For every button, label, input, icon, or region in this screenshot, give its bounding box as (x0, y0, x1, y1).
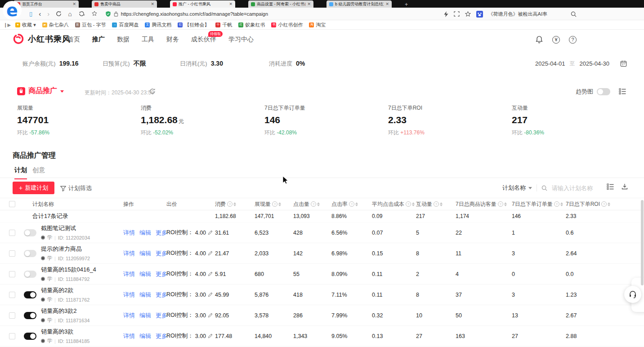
column-header[interactable]: 操作 ? (123, 200, 166, 208)
column-header[interactable]: 计划名称 ? (22, 200, 123, 208)
nav-item[interactable]: 数据 (117, 36, 130, 44)
sort-icon[interactable] (608, 202, 610, 206)
browser-tab[interactable]: 售卖中商品 ✕ (92, 0, 157, 8)
bookmark-item[interactable]: ★ 收藏 ▾ (15, 22, 36, 28)
plan-name[interactable]: 销量高的2款 (41, 286, 89, 294)
column-header[interactable]: 出价 ? (166, 200, 215, 208)
edit-pencil-icon[interactable] (208, 334, 213, 338)
app-logo[interactable]: 小红书乘风 (13, 33, 71, 45)
row-checkbox[interactable] (9, 333, 15, 339)
more-link[interactable]: 更多 (156, 249, 167, 258)
help-icon[interactable]: ? (554, 201, 559, 207)
more-link[interactable]: 更多 (156, 311, 167, 320)
nav-item[interactable]: 学习中心 (228, 36, 254, 44)
refresh-icon[interactable] (149, 88, 156, 94)
back-icon[interactable]: ‹ (39, 10, 41, 17)
help-icon[interactable]: ? (498, 201, 503, 207)
edit-pencil-icon[interactable] (208, 271, 213, 276)
nav-item[interactable]: 成长伙伴 待领取 (191, 36, 216, 44)
trend-toggle[interactable] (597, 88, 610, 95)
row-checkbox[interactable] (9, 271, 15, 277)
calendar-icon[interactable] (620, 60, 627, 67)
bookmark-item[interactable]: 淘 淘宝 (309, 22, 326, 28)
column-header[interactable]: 7日总商品访客量 ? (456, 200, 512, 208)
sort-icon[interactable] (504, 202, 507, 206)
plan-name[interactable]: 提示的潜力商品 (41, 245, 90, 253)
help-icon[interactable]: ? (311, 201, 316, 207)
detail-link[interactable]: 详情 (123, 270, 135, 278)
notifications-bell-icon[interactable] (535, 36, 543, 44)
bookmark-item[interactable]: ◔ 百度网盘 (112, 22, 139, 28)
edit-link[interactable]: 编辑 (139, 249, 151, 258)
customer-service-button[interactable] (624, 286, 641, 303)
plan-enable-toggle[interactable] (24, 312, 36, 319)
edit-pencil-icon[interactable] (208, 230, 213, 235)
manage-tab[interactable]: 创意 (32, 166, 45, 178)
column-header[interactable]: 7日总下单订单量 ? (512, 200, 566, 208)
column-header[interactable]: 平均点击成本 ? (372, 200, 416, 208)
bookmark-item[interactable]: 豆 豆包 - 字节 (75, 22, 106, 28)
plan-enable-toggle[interactable] (24, 250, 36, 257)
column-header[interactable]: 消费 ? (215, 200, 255, 208)
browser-tab[interactable]: b 幼儿园劳动教育计划总结方案… ✕ (326, 0, 392, 8)
detail-link[interactable]: 详情 (123, 311, 135, 320)
bookmark-item[interactable]: 文 腾讯文档 (145, 22, 171, 28)
edit-link[interactable]: 编辑 (139, 291, 151, 299)
row-checkbox[interactable] (9, 292, 15, 298)
browser-tab[interactable]: 商品设置 - 阿奇索 - 小红书自动… ✕ (248, 0, 313, 8)
metric-settings-icon[interactable] (619, 88, 626, 94)
row-checkbox[interactable] (9, 312, 15, 319)
plan-name[interactable]: 销量高的15款0416_4 (41, 266, 96, 274)
nav-item[interactable]: 工具 (142, 36, 154, 44)
plan-enable-toggle[interactable] (24, 229, 36, 236)
plan-search-input[interactable] (552, 185, 610, 191)
sidebar-toggle-icon[interactable]: ❙▶ (4, 22, 11, 27)
bookmark-item[interactable]: 狂 【狂蜂会】 (178, 22, 209, 28)
help-icon[interactable]: ? (349, 201, 354, 207)
tab-close-icon[interactable]: ✕ (385, 2, 389, 6)
edit-link[interactable]: 编辑 (139, 311, 151, 320)
address-bar[interactable]: https://chengfeng.xiaohongshu.com/cf/ad/… (121, 11, 268, 17)
plan-filter-button[interactable]: 计划筛选 (60, 184, 92, 192)
browser-tab[interactable]: 首页工作台 ✕ (13, 0, 79, 8)
nav-item[interactable]: 财务 (166, 36, 179, 44)
download-icon[interactable] (622, 183, 628, 190)
favorites-edit-icon[interactable] (91, 11, 98, 17)
date-start[interactable]: 2025-04-01 (535, 60, 565, 67)
date-end[interactable]: 2025-04-30 (580, 60, 610, 67)
sort-icon[interactable] (233, 202, 236, 206)
history-icon[interactable] (78, 11, 85, 17)
detail-link[interactable]: 详情 (123, 291, 135, 299)
column-header[interactable]: 7日总下单ROI ? (566, 200, 644, 208)
help-icon[interactable]: ? (601, 201, 607, 207)
more-link[interactable]: 更多 (156, 270, 167, 278)
help-icon[interactable]: ? (569, 36, 577, 44)
plan-enable-toggle[interactable] (24, 291, 36, 298)
ai-notice-text[interactable]: 《荷塘月色》被检出高AI率 (488, 11, 547, 18)
more-link[interactable]: 更多 (156, 332, 167, 340)
nav-item[interactable]: 首页 (67, 36, 80, 44)
plan-enable-toggle[interactable] (24, 271, 36, 278)
more-link[interactable]: 更多 (156, 291, 167, 299)
tab-close-icon[interactable]: ✕ (72, 2, 76, 6)
site-safe-shield-icon[interactable] (105, 11, 111, 17)
bookmark-item[interactable]: ▰ 杂七杂八 (42, 22, 69, 28)
plan-name[interactable]: 销量高的3款 (41, 328, 89, 336)
nav-item[interactable]: 推广 (92, 36, 105, 44)
balance-yen-icon[interactable]: ¥ (552, 36, 560, 44)
detail-link[interactable]: 详情 (123, 332, 135, 340)
more-link[interactable]: 更多 (156, 229, 167, 237)
home-icon[interactable]: ⌂ (68, 11, 72, 17)
sort-icon[interactable] (278, 202, 281, 206)
select-all-checkbox[interactable] (9, 201, 15, 207)
sort-icon[interactable] (355, 202, 358, 206)
edit-link[interactable]: 编辑 (139, 332, 151, 340)
edit-link[interactable]: 编辑 (139, 270, 151, 278)
flash-icon[interactable] (444, 11, 448, 17)
capture-icon[interactable] (454, 11, 460, 17)
sort-icon[interactable] (412, 202, 415, 206)
new-plan-button[interactable]: + 新建计划 (13, 182, 54, 194)
bookmark-item[interactable]: 书 小红书创作 (271, 22, 303, 28)
plan-enable-toggle[interactable] (24, 333, 36, 340)
row-checkbox[interactable] (9, 230, 15, 236)
